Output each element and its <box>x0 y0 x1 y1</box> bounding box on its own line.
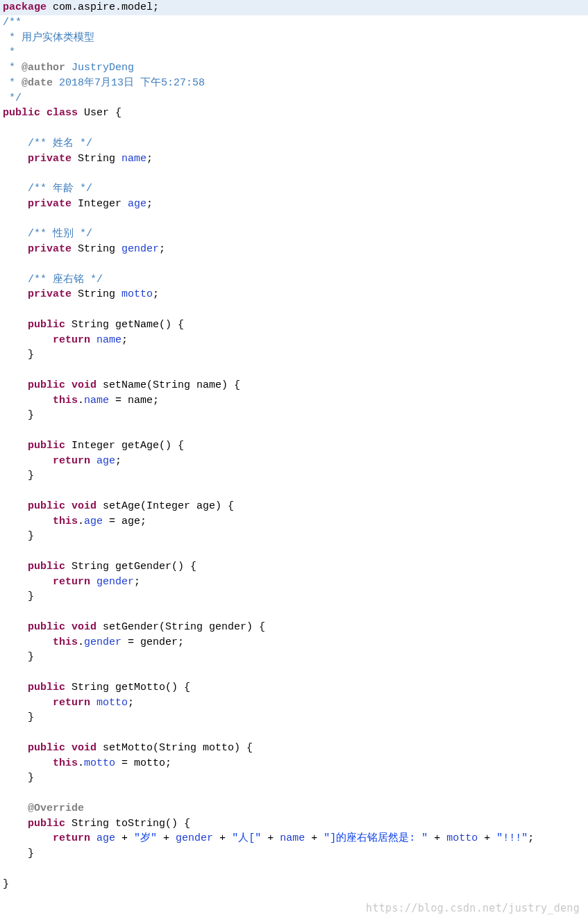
class-javadoc-open: /** <box>3 17 22 28</box>
this-motto: motto <box>84 757 115 769</box>
assign: = gender; <box>121 636 184 648</box>
kw-void: void <box>72 379 96 391</box>
override-annotation: @Override <box>3 802 84 814</box>
kw-return: return <box>3 697 90 709</box>
kw-void: void <box>72 500 96 512</box>
method-getMotto-sig: String getMotto() { <box>65 682 190 693</box>
kw-private: private <box>3 153 72 165</box>
plus: + <box>305 832 324 844</box>
kw-public: public <box>3 319 65 331</box>
class-javadoc-close: */ <box>3 92 22 104</box>
semicolon: ; <box>128 697 134 709</box>
plus: + <box>261 832 280 844</box>
semicolon: ; <box>528 832 534 844</box>
field-name-comment: /** 姓名 */ <box>3 138 92 149</box>
field-gender: gender <box>121 243 159 255</box>
class-javadoc-line: * 用户实体类模型 <box>3 32 94 44</box>
package-name: com.aspire.model; <box>47 1 159 13</box>
plus: + <box>428 832 446 844</box>
semicolon: ; <box>134 576 140 588</box>
code-body: /** * 用户实体类模型 * * @author JustryDeng * @… <box>0 15 588 892</box>
kw-return: return <box>3 334 90 346</box>
ts-str2: "人[" <box>232 832 261 844</box>
return-age: age <box>90 455 115 467</box>
kw-public: public <box>3 107 47 119</box>
semicolon: ; <box>115 455 121 467</box>
dot: . <box>78 636 84 648</box>
field-motto-comment: /** 座右铭 */ <box>3 274 103 286</box>
this-gender: gender <box>84 636 121 648</box>
kw-private: private <box>3 243 72 255</box>
assign: = motto; <box>115 757 171 769</box>
type-string: String <box>72 288 121 300</box>
field-gender-comment: /** 性别 */ <box>3 228 92 240</box>
return-gender: gender <box>90 576 134 588</box>
assign: = age; <box>103 516 146 527</box>
kw-void: void <box>72 742 96 754</box>
ts-name: name <box>280 832 305 844</box>
class-name: User { <box>78 107 121 119</box>
return-motto: motto <box>90 697 128 709</box>
method-getAge-sig: Integer getAge() { <box>65 440 184 452</box>
method-setMotto-sig: setMotto(String motto) { <box>96 742 253 754</box>
close-brace: } <box>3 409 34 421</box>
semicolon: ; <box>121 334 128 346</box>
kw-public: public <box>3 561 65 573</box>
class-javadoc-line: * <box>3 77 22 89</box>
kw-this: this <box>3 636 78 648</box>
method-setName-sig: setName(String name) { <box>96 379 240 391</box>
ts-str1: "岁" <box>134 832 157 844</box>
javadoc-author-val: JustryDeng <box>65 62 134 74</box>
field-name: name <box>121 153 146 165</box>
close-brace: } <box>3 772 34 784</box>
watermark-text: https://blog.csdn.net/justry_deng <box>366 901 580 916</box>
ts-str4: "!!!" <box>496 832 528 844</box>
kw-public: public <box>3 742 72 754</box>
javadoc-author-tag: @author <box>22 62 65 74</box>
kw-public: public <box>3 621 72 633</box>
this-name: name <box>84 395 109 406</box>
close-brace: } <box>3 651 34 663</box>
type-string: String <box>72 153 121 165</box>
kw-package: package <box>3 1 47 13</box>
kw-private: private <box>3 198 72 210</box>
plus: + <box>213 832 232 844</box>
javadoc-date-tag: @date <box>22 77 53 89</box>
class-javadoc-line: * <box>3 47 22 58</box>
ts-gender: gender <box>176 832 213 844</box>
plus: + <box>157 832 176 844</box>
kw-return: return <box>3 832 90 844</box>
package-line: package com.aspire.model; <box>0 0 588 15</box>
ts-str3: "]的座右铭居然是: " <box>324 832 428 844</box>
dot: . <box>78 516 84 527</box>
close-brace: } <box>3 349 34 361</box>
kw-return: return <box>3 576 90 588</box>
close-brace: } <box>3 848 34 859</box>
code-block: package com.aspire.model; /** * 用户实体类模型 … <box>0 0 588 922</box>
kw-this: this <box>3 516 78 527</box>
kw-public: public <box>3 379 72 391</box>
kw-private: private <box>3 288 72 300</box>
return-name: name <box>90 334 121 346</box>
method-getName-sig: String getName() { <box>65 319 184 331</box>
javadoc-date-val: 2018年7月13日 下午5:27:58 <box>53 77 205 89</box>
method-setAge-sig: setAge(Integer age) { <box>96 500 234 512</box>
kw-this: this <box>3 757 78 769</box>
kw-public: public <box>3 682 65 693</box>
this-age: age <box>84 516 103 527</box>
kw-class: class <box>47 107 78 119</box>
semicolon: ; <box>159 243 165 255</box>
semicolon: ; <box>146 153 153 165</box>
ts-age: age <box>90 832 115 844</box>
kw-public: public <box>3 500 72 512</box>
semicolon: ; <box>146 198 153 210</box>
ts-motto: motto <box>446 832 478 844</box>
dot: . <box>78 757 84 769</box>
semicolon: ; <box>153 288 159 300</box>
close-brace: } <box>3 591 34 602</box>
method-toString-sig: String toString() { <box>65 818 190 830</box>
plus: + <box>478 832 496 844</box>
kw-public: public <box>3 440 65 452</box>
dot: . <box>78 395 84 406</box>
class-javadoc-line: * <box>3 62 22 74</box>
